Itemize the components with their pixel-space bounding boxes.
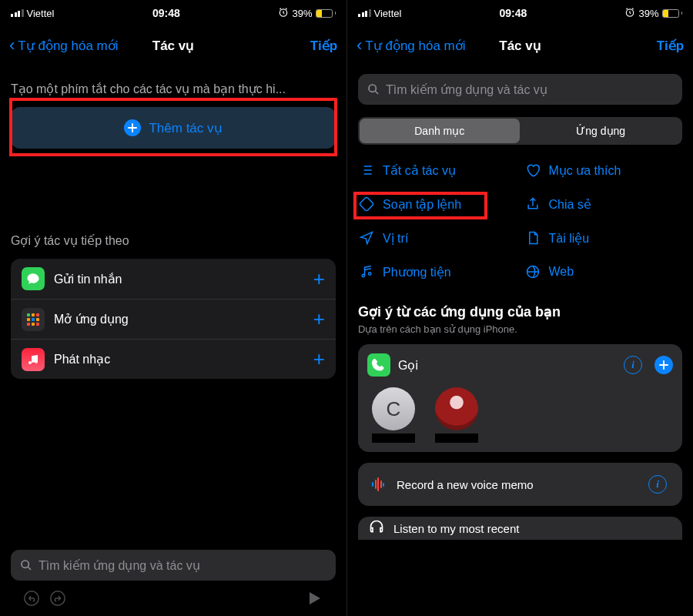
suggestion-send-message[interactable]: Gửi tin nhắn +: [11, 259, 336, 299]
app-suggestions-heading: Gợi ý từ các ứng dụng của bạn: [358, 303, 682, 320]
svg-point-8: [369, 273, 371, 275]
carrier-label: Viettel: [374, 8, 402, 19]
plus-icon: +: [313, 307, 325, 331]
listen-recent-card[interactable]: Listen to my most recent: [358, 517, 682, 540]
category-favorites[interactable]: Mục ưa thích: [524, 162, 683, 179]
suggestion-label: Gửi tin nhắn: [54, 272, 304, 286]
redo-button[interactable]: [45, 585, 71, 611]
nav-bar: ‹ Tự động hóa mới Tác vụ Tiếp: [0, 26, 346, 65]
info-button[interactable]: i: [624, 356, 642, 374]
category-all-actions[interactable]: Tất cả tác vụ: [358, 162, 517, 179]
svg-point-5: [369, 85, 376, 92]
add-button[interactable]: [654, 356, 673, 374]
avatar: [435, 387, 478, 430]
add-action-label: Thêm tác vụ: [149, 120, 222, 136]
segment-apps[interactable]: Ứng dụng: [521, 119, 681, 143]
location-icon: [358, 229, 375, 246]
call-card: Gọi i C: [358, 344, 682, 452]
segment-categories[interactable]: Danh mục: [360, 119, 520, 143]
call-card-title: Gọi: [398, 358, 616, 373]
search-field[interactable]: Tìm kiếm ứng dụng và tác vụ: [358, 74, 682, 105]
next-actions-heading: Gợi ý tác vụ tiếp theo: [11, 233, 336, 248]
search-placeholder: Tìm kiếm ứng dụng và tác vụ: [386, 82, 547, 97]
status-bar: Viettel 09:48 39%: [347, 0, 693, 26]
suggestion-label: Phát nhạc: [54, 352, 304, 367]
contact-item[interactable]: [432, 387, 481, 443]
battery-icon: [316, 9, 336, 18]
status-bar: Viettel 09:48 39%: [0, 0, 346, 26]
script-icon: [358, 196, 375, 213]
waveform-icon: [369, 477, 387, 491]
contact-item[interactable]: C: [369, 387, 418, 443]
signal-icon: [11, 9, 24, 17]
next-button[interactable]: Tiếp: [194, 38, 337, 54]
category-media[interactable]: Phương tiện: [358, 263, 517, 280]
search-placeholder: Tìm kiếm ứng dụng và tác vụ: [38, 558, 200, 573]
messages-app-icon: [22, 267, 45, 290]
suggestion-play-music[interactable]: Phát nhạc +: [11, 339, 336, 379]
next-button[interactable]: Tiếp: [541, 38, 684, 54]
segmented-control: Danh mục Ứng dụng: [358, 117, 682, 145]
listen-recent-label: Listen to my most recent: [393, 522, 519, 535]
back-button[interactable]: ‹ Tự động hóa mới: [357, 37, 499, 54]
svg-point-7: [362, 274, 364, 276]
category-sharing[interactable]: Chia sẻ: [524, 196, 683, 213]
nav-title: Tác vụ: [152, 38, 194, 54]
plus-circle-icon: [124, 119, 141, 136]
category-grid: Tất cả tác vụ Mục ưa thích Soạn tập lệnh…: [358, 162, 682, 280]
search-icon: [20, 559, 32, 571]
app-suggestions-subheading: Dựa trên cách bạn sử dụng iPhone.: [358, 323, 682, 335]
heart-icon: [524, 162, 541, 179]
voice-memo-label: Record a new voice memo: [397, 478, 639, 491]
category-web[interactable]: Web: [524, 263, 683, 280]
clock-time: 09:48: [500, 7, 527, 19]
app-grid-icon: [22, 308, 45, 331]
avatar: C: [372, 387, 415, 430]
share-icon: [524, 196, 541, 213]
suggestion-label: Mở ứng dụng: [54, 312, 304, 326]
run-button[interactable]: [302, 585, 328, 611]
svg-point-1: [22, 561, 28, 567]
undo-button[interactable]: [18, 585, 45, 611]
alarm-icon: [624, 7, 635, 20]
contacts-row: C: [367, 387, 673, 443]
doc-icon: [524, 229, 541, 246]
left-screenshot: Viettel 09:48 39% ‹ Tự động hóa mới Tác …: [0, 0, 346, 616]
add-action-button[interactable]: Thêm tác vụ: [11, 107, 336, 149]
right-screenshot: Viettel 09:48 39% ‹ Tự động hóa mới Tác …: [346, 0, 693, 616]
voice-memo-card[interactable]: Record a new voice memo i: [358, 463, 682, 506]
alarm-icon: [278, 7, 289, 20]
headphones-icon: [369, 519, 384, 537]
contact-name-redacted: [435, 434, 478, 443]
plus-icon: +: [313, 267, 325, 291]
suggestion-open-app[interactable]: Mở ứng dụng +: [11, 299, 336, 339]
contact-name-redacted: [372, 434, 415, 443]
category-documents[interactable]: Tài liệu: [524, 229, 683, 246]
suggestions-list: Gửi tin nhắn + Mở ứng dụng + Phát nhạc +: [11, 259, 336, 379]
chevron-left-icon: ‹: [9, 37, 15, 54]
back-label: Tự động hóa mới: [365, 38, 465, 54]
music-app-icon: [22, 348, 45, 371]
battery-pct: 39%: [638, 8, 658, 19]
category-scripting[interactable]: Soạn tập lệnh: [358, 196, 517, 213]
back-button[interactable]: ‹ Tự động hóa mới: [9, 37, 152, 54]
plus-icon: +: [313, 347, 325, 371]
media-icon: [358, 263, 375, 280]
carrier-label: Viettel: [27, 8, 55, 19]
search-field[interactable]: Tìm kiếm ứng dụng và tác vụ: [11, 550, 336, 581]
signal-icon: [358, 9, 371, 17]
info-button[interactable]: i: [648, 475, 667, 494]
back-label: Tự động hóa mới: [18, 38, 118, 54]
chevron-left-icon: ‹: [357, 37, 362, 54]
battery-icon: [662, 9, 683, 18]
bottom-toolbar: [11, 581, 336, 616]
svg-rect-6: [360, 197, 374, 212]
search-icon: [367, 83, 380, 95]
list-icon: [358, 162, 375, 179]
category-location[interactable]: Vị trí: [358, 229, 517, 246]
battery-pct: 39%: [292, 8, 312, 19]
clock-time: 09:48: [152, 7, 180, 19]
intro-text: Tạo một phím tắt cho các tác vụ mà bạn t…: [11, 82, 336, 96]
web-icon: [524, 263, 541, 280]
nav-title: Tác vụ: [499, 38, 541, 54]
